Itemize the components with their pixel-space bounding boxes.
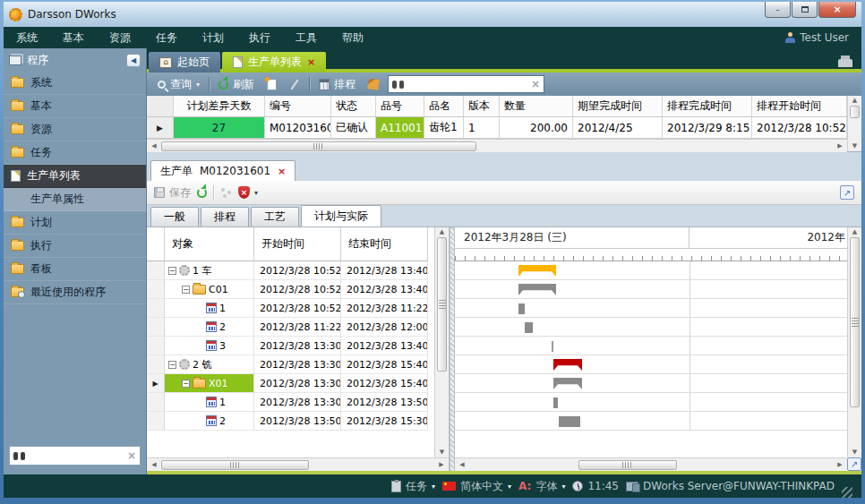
tree-col-end[interactable]: 结束时间 — [341, 227, 428, 261]
scroll-thumb[interactable] — [578, 460, 677, 470]
sidebar-item-plan[interactable]: 计划 — [4, 211, 146, 235]
tree-cell-object[interactable]: 2 — [165, 412, 254, 431]
scroll-thumb[interactable] — [850, 237, 860, 407]
gantt-bar[interactable] — [518, 284, 556, 295]
sidebar-collapse-button[interactable]: ◀ — [126, 54, 141, 67]
toolbar-search-clear-icon[interactable]: × — [531, 78, 540, 90]
sidebar-item-recent-programs[interactable]: 最近使用的程序 — [4, 281, 146, 304]
col-sched-start[interactable]: 排程开始时间 — [752, 96, 847, 117]
save-button[interactable]: 保存 — [154, 185, 191, 201]
gantt-row[interactable] — [455, 412, 847, 431]
status-task-menu[interactable]: 任务 ▾ — [391, 479, 435, 494]
gantt-row[interactable] — [455, 299, 847, 318]
sidebar-item-resource[interactable]: 资源 — [4, 118, 146, 141]
gantt-hscrollbar[interactable]: ◀ ▶ — [455, 457, 847, 471]
detail-refresh-button[interactable] — [197, 188, 207, 198]
tab-close-icon[interactable]: × — [307, 56, 315, 68]
gantt-bar[interactable] — [553, 378, 582, 389]
gantt-row[interactable] — [455, 393, 847, 412]
query-button[interactable]: 查询 ▾ — [154, 75, 203, 94]
doc-tab-production-order[interactable]: 生产单 M012031601 × — [150, 160, 295, 181]
gantt-bar[interactable] — [552, 341, 553, 352]
subtab-plan-vs-actual[interactable]: 计划与实际 — [301, 205, 381, 226]
col-item-name[interactable]: 品名 — [424, 96, 464, 117]
schedule-button[interactable]: 排程 — [315, 75, 359, 94]
tree-cell-object[interactable]: −1 车 — [165, 261, 254, 280]
tree-hscrollbar[interactable]: ◀ ▶ — [147, 457, 449, 471]
tree-cell-object[interactable]: 1 — [165, 393, 254, 412]
popout-icon[interactable]: ↗ — [840, 185, 854, 200]
sidebar-item-production-order-props[interactable]: 生产单属性 — [4, 188, 146, 211]
tab-start-page[interactable]: ⌂ 起始页 — [149, 52, 220, 73]
gantt-bar[interactable] — [525, 322, 533, 333]
col-sched-end[interactable]: 排程完成时间 — [663, 96, 752, 117]
resize-grip[interactable] — [842, 487, 852, 498]
menu-system[interactable]: 系统 — [16, 30, 38, 46]
subtab-general[interactable]: 一般 — [150, 207, 199, 226]
maximize-button[interactable] — [792, 2, 818, 18]
sidebar-item-kanban[interactable]: 看板 — [4, 258, 146, 281]
status-language-menu[interactable]: 简体中文 ▾ — [442, 479, 511, 494]
tree-row[interactable]: 22012/3/28 13:502012/3/28 15:30 — [147, 412, 434, 431]
gantt-row[interactable] — [455, 261, 847, 280]
menu-tools[interactable]: 工具 — [295, 30, 317, 46]
tree-col-object[interactable]: 对象 — [165, 227, 254, 261]
gantt-row[interactable] — [455, 337, 847, 355]
constraint-check-button[interactable]: × ▾ — [238, 186, 258, 199]
sidebar-item-execute[interactable]: 执行 — [4, 235, 146, 258]
edit-button[interactable] — [286, 77, 304, 92]
col-code[interactable]: 编号 — [265, 96, 331, 117]
new-button[interactable] — [263, 77, 280, 92]
tree-row[interactable]: −2 铣2012/3/28 13:302012/3/28 15:40 — [147, 355, 434, 374]
scroll-thumb[interactable] — [161, 141, 476, 151]
menu-task[interactable]: 任务 — [156, 30, 177, 46]
grid-vscrollbar[interactable]: ▲ ▼ — [847, 96, 861, 151]
tree-row[interactable]: 12012/3/28 10:522012/3/28 11:22 — [147, 299, 434, 318]
sidebar-item-task[interactable]: 任务 — [4, 141, 146, 165]
gantt-bar[interactable] — [553, 359, 582, 371]
tree-row[interactable]: ▶−X012012/3/28 13:302012/3/28 15:40 — [147, 374, 434, 393]
tree-cell-object[interactable]: −2 铣 — [165, 355, 254, 374]
gantt-popout-icon[interactable]: ↗ — [847, 457, 861, 471]
clear-schedule-button[interactable] — [364, 77, 382, 91]
toolbar-search-input[interactable] — [407, 78, 527, 90]
sidebar-item-basic[interactable]: 基本 — [4, 95, 146, 118]
tree-row[interactable]: 22012/3/28 11:222012/3/28 12:00 — [147, 318, 434, 337]
menu-plan[interactable]: 计划 — [202, 30, 224, 46]
tree-row[interactable]: −1 车2012/3/28 10:522012/3/28 13:40 — [147, 261, 434, 280]
menu-resource[interactable]: 资源 — [109, 30, 131, 46]
gantt-row[interactable] — [455, 280, 847, 299]
sidebar-item-system[interactable]: 系统 — [4, 72, 146, 95]
sidebar-item-production-order-list[interactable]: 生产单列表 — [4, 165, 146, 188]
gantt-row[interactable] — [455, 374, 847, 393]
tree-cell-object[interactable]: 2 — [165, 318, 254, 337]
subtab-schedule[interactable]: 排程 — [201, 207, 249, 226]
tree-cell-object[interactable]: 3 — [165, 337, 254, 355]
menu-basic[interactable]: 基本 — [63, 30, 84, 46]
tree-row[interactable]: −C012012/3/28 10:522012/3/28 13:40 — [147, 280, 434, 299]
menu-execute[interactable]: 执行 — [249, 30, 270, 46]
subtab-process[interactable]: 工艺 — [251, 207, 299, 226]
tab-production-order-list[interactable]: 生产单列表 × — [222, 52, 326, 73]
tree-vscrollbar[interactable]: ▲ ▼ — [434, 227, 449, 457]
close-button[interactable]: × — [818, 2, 856, 18]
col-version[interactable]: 版本 — [464, 96, 500, 117]
col-qty[interactable]: 数量 — [500, 96, 573, 117]
tree-expander-icon[interactable]: − — [182, 286, 190, 294]
sidebar-search-clear-icon[interactable]: × — [127, 449, 136, 462]
tree-row[interactable]: 12012/3/28 13:302012/3/28 13:50 — [147, 393, 434, 412]
menu-help[interactable]: 帮助 — [342, 30, 364, 46]
doc-tab-close-icon[interactable]: × — [278, 166, 286, 177]
grid-hscrollbar[interactable]: ◀ ▶ — [147, 139, 847, 152]
col-expect-end[interactable]: 期望完成时间 — [573, 96, 663, 117]
tree-cell-object[interactable]: −C01 — [165, 280, 254, 299]
gantt-row[interactable] — [455, 355, 847, 374]
refresh-button[interactable]: 刷新 — [215, 75, 258, 94]
printer-icon[interactable] — [838, 59, 852, 67]
scroll-thumb[interactable] — [161, 460, 309, 470]
scroll-thumb[interactable] — [850, 106, 860, 118]
gantt-bar[interactable] — [559, 416, 580, 427]
minimize-button[interactable]: – — [765, 2, 791, 18]
gantt-bar[interactable] — [518, 303, 525, 314]
tree-col-start[interactable]: 开始时间 — [254, 227, 341, 261]
